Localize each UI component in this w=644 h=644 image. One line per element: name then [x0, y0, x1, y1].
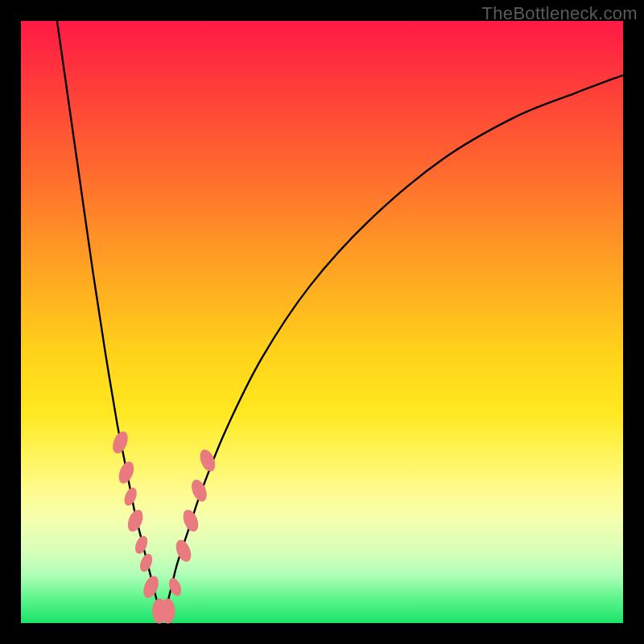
- curve-svg: [21, 21, 623, 623]
- plot-area: [21, 21, 623, 623]
- highlighted-point: [138, 552, 155, 574]
- highlighted-point: [173, 538, 194, 564]
- highlighted-point: [161, 598, 175, 623]
- highlighted-point: [197, 448, 218, 474]
- highlighted-point: [180, 507, 201, 534]
- watermark-text: TheBottleneck.com: [482, 3, 638, 24]
- highlighted-point: [133, 534, 150, 555]
- highlighted-point: [116, 460, 137, 486]
- highlighted-point: [125, 507, 146, 534]
- highlighted-point: [109, 429, 130, 456]
- highlighted-point: [122, 486, 138, 508]
- curve-left: [57, 21, 159, 611]
- chart-frame: TheBottleneck.com: [0, 0, 644, 644]
- curve-right: [166, 75, 623, 611]
- highlighted-point: [141, 574, 162, 601]
- highlighted-points-group: [109, 429, 217, 623]
- highlighted-point: [188, 477, 209, 504]
